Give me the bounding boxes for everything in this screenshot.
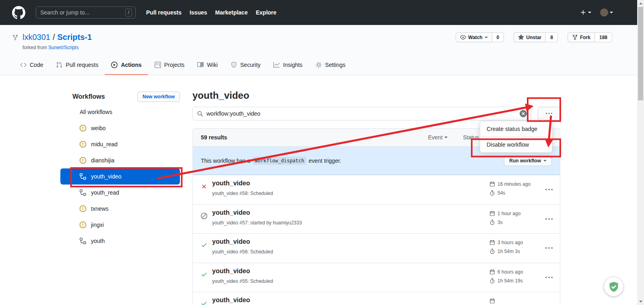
nav-pull-requests[interactable]: Pull requests xyxy=(146,9,182,16)
sidebar-item-all-workflows[interactable]: All workflows xyxy=(60,104,180,120)
unstar-button[interactable]: Unstar xyxy=(514,32,546,42)
scroll-up-arrow[interactable] xyxy=(637,0,644,7)
menu-item-create-status-badge[interactable]: Create status badge xyxy=(480,121,552,137)
sidebar-item-dianshijia[interactable]: dianshijia xyxy=(60,152,180,168)
run-duration: 1h 54m 3s xyxy=(497,249,520,254)
tab-projects[interactable]: Projects xyxy=(148,56,191,75)
avatar xyxy=(600,8,608,17)
scroll-down-arrow[interactable] xyxy=(637,298,644,305)
book-icon xyxy=(197,62,204,68)
nav-marketplace[interactable]: Marketplace xyxy=(215,9,248,16)
workflow-icon xyxy=(80,238,86,244)
search-icon xyxy=(197,110,203,117)
run-description: youth_video #55: Scheduled xyxy=(212,278,273,284)
run-row-partial: youth_video xyxy=(193,292,560,305)
check-success-icon xyxy=(201,271,207,278)
repo-header: lxk0301 / Scripts-1 forked from Sunert/S… xyxy=(0,25,637,75)
project-icon xyxy=(155,62,161,68)
sidebar-item-txnews[interactable]: txnews xyxy=(60,201,180,217)
sidebar-item-youth[interactable]: youth xyxy=(60,233,180,249)
stopwatch-icon xyxy=(489,249,495,254)
run-description: youth_video #57: started by huamiyu2333 xyxy=(212,220,302,226)
user-menu-dropdown[interactable] xyxy=(600,8,613,17)
run-title-link[interactable]: youth_video xyxy=(212,268,250,275)
tab-settings[interactable]: Settings xyxy=(309,56,352,75)
star-count[interactable]: 8 xyxy=(546,32,558,42)
run-duration: 54s xyxy=(497,190,505,196)
create-new-dropdown[interactable] xyxy=(580,9,591,16)
clear-search-icon[interactable] xyxy=(520,110,527,117)
x-failure-icon xyxy=(201,183,207,190)
workflow-icon xyxy=(80,189,86,196)
repo-owner-link[interactable]: lxk0301 xyxy=(23,33,50,42)
repo-tab-nav: Code Pull requests Actions Projects Wiki… xyxy=(14,56,352,75)
tab-actions[interactable]: Actions xyxy=(105,56,148,75)
repo-title: lxk0301 / Scripts-1 xyxy=(12,33,92,42)
run-options-icon[interactable] xyxy=(545,274,553,281)
repo-forked-icon xyxy=(12,34,19,41)
nav-explore[interactable]: Explore xyxy=(256,9,276,16)
stopwatch-icon xyxy=(489,278,495,284)
fork-source-link[interactable]: Sunert/Scripts xyxy=(48,45,78,50)
menu-item-disable-workflow[interactable]: Disable workflow xyxy=(480,137,552,152)
nav-issues[interactable]: Issues xyxy=(190,9,207,16)
code-icon xyxy=(20,62,27,68)
tab-pull-requests[interactable]: Pull requests xyxy=(50,56,105,75)
tab-code[interactable]: Code xyxy=(14,56,50,75)
watch-button[interactable]: Watch xyxy=(456,32,492,42)
graph-icon xyxy=(273,62,280,68)
chevron-down-icon xyxy=(444,137,448,140)
tab-security[interactable]: Security xyxy=(224,56,267,75)
chevron-down-icon xyxy=(543,160,547,163)
kebab-horizontal-icon xyxy=(546,110,552,117)
run-title-link[interactable]: youth_video xyxy=(212,209,250,216)
header-search-input[interactable]: Search or jump to... / xyxy=(36,6,136,19)
run-title-link[interactable]: youth_video xyxy=(212,238,250,245)
sidebar-item-jingxi[interactable]: jingxi xyxy=(60,217,180,233)
results-count: 59 results xyxy=(201,134,227,141)
warning-icon xyxy=(80,222,86,228)
shield-check-icon xyxy=(608,281,619,293)
run-options-icon[interactable] xyxy=(545,216,553,223)
sidebar-item-midu-read[interactable]: midu_read xyxy=(60,136,180,152)
calendar-icon xyxy=(489,181,495,187)
calendar-icon xyxy=(489,211,495,216)
workflows-sidebar: Workflows New workflow All workflows wei… xyxy=(60,90,180,249)
repo-name-link[interactable]: Scripts-1 xyxy=(58,33,92,42)
fork-button[interactable]: Fork xyxy=(568,32,595,42)
fork-note: forked from Sunert/Scripts xyxy=(23,45,78,50)
new-workflow-button[interactable]: New workflow xyxy=(137,91,180,102)
run-title-link[interactable]: youth_video xyxy=(212,297,250,304)
tab-insights[interactable]: Insights xyxy=(267,56,309,75)
repo-action-buttons: Watch 0 Unstar 8 Fork 188 xyxy=(456,32,612,42)
play-icon xyxy=(111,62,118,68)
scrollbar-thumb[interactable] xyxy=(638,7,643,100)
fork-count[interactable]: 188 xyxy=(595,32,612,42)
adblock-shield-button[interactable] xyxy=(604,277,623,296)
warning-icon xyxy=(80,205,86,212)
watch-count[interactable]: 0 xyxy=(492,32,504,42)
workflow-search-input[interactable]: workflow:youth_video xyxy=(192,107,531,120)
sidebar-item-weibo[interactable]: weibo xyxy=(60,120,180,136)
run-date: 1 hour ago xyxy=(497,211,520,216)
top-header: Search or jump to... / Pull requests Iss… xyxy=(0,0,637,25)
check-success-icon xyxy=(201,242,207,248)
workflows-title: Workflows xyxy=(72,93,105,100)
run-options-icon[interactable] xyxy=(545,245,553,252)
run-title-link[interactable]: youth_video xyxy=(212,180,250,187)
browser-scrollbar[interactable] xyxy=(637,0,644,305)
github-logo-icon[interactable] xyxy=(12,6,25,19)
run-row-55: youth_video youth_video #55: Scheduled 6… xyxy=(193,263,560,292)
workflow-dispatch-code: workflow_dispatch xyxy=(253,157,306,165)
calendar-icon xyxy=(489,298,495,304)
sidebar-item-youth-video[interactable]: youth_video xyxy=(60,168,180,185)
warning-icon xyxy=(80,141,86,147)
sidebar-item-youth-read[interactable]: youth_read xyxy=(60,185,180,201)
run-workflow-button[interactable]: Run workflow xyxy=(504,156,552,166)
runs-container: 59 results Event Status This workflow ha… xyxy=(192,128,560,305)
event-filter-dropdown[interactable]: Event xyxy=(428,134,448,141)
stopwatch-icon xyxy=(489,220,495,225)
tab-wiki[interactable]: Wiki xyxy=(191,56,224,75)
run-options-icon[interactable] xyxy=(545,186,553,193)
plus-icon xyxy=(580,9,586,16)
